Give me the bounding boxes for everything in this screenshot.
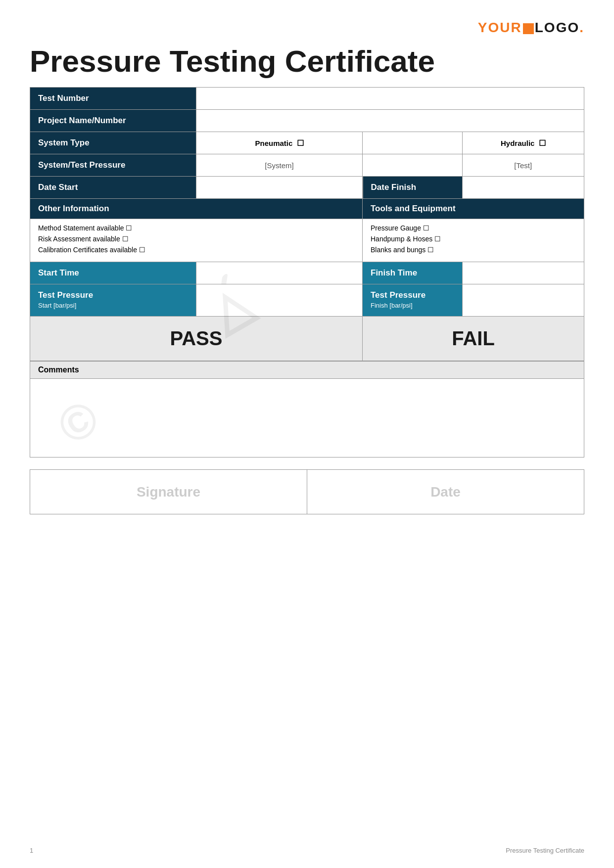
info-tools-content: Method Statement available ☐ Risk Assess… [30, 219, 584, 262]
risk-assessment-checkbox[interactable]: ☐ [122, 235, 129, 243]
comments-body[interactable]: © [30, 378, 584, 457]
risk-assessment-item: Risk Assessment available ☐ [38, 235, 354, 243]
logo-box-icon [523, 23, 534, 34]
page-number: 1 [30, 847, 33, 854]
blanks-bungs-item: Blanks and bungs ☐ [371, 246, 576, 254]
hydraulic-cell: Hydraulic ☐ [462, 132, 584, 154]
page-footer: 1 Pressure Testing Certificate [30, 847, 584, 854]
project-name-value[interactable] [196, 110, 584, 132]
method-statement-checkbox[interactable]: ☐ [126, 224, 132, 232]
date-row: Date Start Date Finish [30, 177, 584, 199]
test-pressure-finish-value[interactable] [462, 284, 584, 317]
test-pressure-start-label: Test Pressure Start [bar/psi] [30, 284, 196, 317]
pressure-gauge-item: Pressure Gauge ☐ [371, 224, 576, 232]
main-table: Test Number Project Name/Number System T… [30, 87, 584, 361]
pass-fail-row: PASS FAIL [30, 317, 584, 361]
separator-cell [363, 132, 463, 154]
test-number-value[interactable] [196, 88, 584, 110]
project-name-label: Project Name/Number [30, 110, 196, 132]
spacer-pressure [363, 154, 463, 177]
finish-time-value[interactable] [462, 262, 584, 284]
signature-cell[interactable]: Signature [30, 470, 307, 514]
logo-area: YOURLOGO. [30, 20, 584, 36]
pressure-time-row: Test Pressure Start [bar/psi] △ Test Pre… [30, 284, 584, 317]
system-pressure-value[interactable]: [System] [196, 154, 363, 177]
test-number-label: Test Number [30, 88, 196, 110]
hydraulic-label: Hydraulic [501, 139, 534, 147]
method-statement-item: Method Statement available ☐ [38, 224, 354, 232]
logo-logo-text: LOGO [535, 20, 579, 35]
start-time-label: Start Time [30, 262, 196, 284]
logo-your: YOUR [478, 20, 522, 35]
test-pressure-value[interactable]: [Test] [462, 154, 584, 177]
info-tools-header: Other Information Tools and Equipment [30, 199, 584, 219]
logo-dot: . [579, 20, 584, 35]
footer-doc-title: Pressure Testing Certificate [506, 847, 584, 854]
other-info-content: Method Statement available ☐ Risk Assess… [30, 219, 363, 262]
pass-cell[interactable]: PASS [30, 317, 363, 361]
date-start-label: Date Start [30, 177, 196, 199]
system-test-pressure-label: System/Test Pressure [30, 154, 196, 177]
hydraulic-checkbox[interactable]: ☐ [539, 139, 546, 147]
handpump-hoses-checkbox[interactable]: ☐ [434, 235, 441, 243]
tools-equipment-label: Tools and Equipment [363, 199, 584, 219]
date-sig-cell[interactable]: Date [307, 470, 584, 514]
system-test-pressure-row: System/Test Pressure [System] [Test] [30, 154, 584, 177]
test-pressure-start-value[interactable]: △ [196, 284, 363, 317]
time-row: Start Time ✓ Finish Time [30, 262, 584, 284]
comments-label: Comments [30, 361, 584, 378]
system-type-row: System Type Pneumatic ☐ Hydraulic ☐ [30, 132, 584, 154]
date-finish-value[interactable] [462, 177, 584, 199]
fail-cell[interactable]: FAIL [363, 317, 584, 361]
blanks-bungs-checkbox[interactable]: ☐ [427, 246, 434, 254]
pneumatic-checkbox[interactable]: ☐ [297, 139, 304, 147]
calibration-certs-checkbox[interactable]: ☐ [139, 246, 145, 254]
finish-time-label: Finish Time [363, 262, 463, 284]
project-name-row: Project Name/Number [30, 110, 584, 132]
other-info-label: Other Information [30, 199, 363, 219]
date-start-value[interactable] [196, 177, 363, 199]
sig-date-row: Signature Date [30, 470, 584, 514]
pneumatic-label: Pneumatic [255, 139, 292, 147]
watermark-comments: © [48, 388, 108, 456]
start-time-value[interactable]: ✓ [196, 262, 363, 284]
tools-equipment-content: Pressure Gauge ☐ Handpump & Hoses ☐ Blan… [363, 219, 584, 262]
pneumatic-cell: Pneumatic ☐ [196, 132, 363, 154]
test-number-row: Test Number [30, 88, 584, 110]
date-finish-label: Date Finish [363, 177, 463, 199]
test-pressure-finish-label: Test Pressure Finish [bar/psi] [363, 284, 463, 317]
calibration-certs-item: Calibration Certificates available ☐ [38, 246, 354, 254]
system-type-label: System Type [30, 132, 196, 154]
handpump-hoses-item: Handpump & Hoses ☐ [371, 235, 576, 243]
pressure-gauge-checkbox[interactable]: ☐ [423, 224, 429, 232]
sig-date-table: Signature Date [30, 469, 584, 514]
page-title: Pressure Testing Certificate [30, 45, 584, 78]
